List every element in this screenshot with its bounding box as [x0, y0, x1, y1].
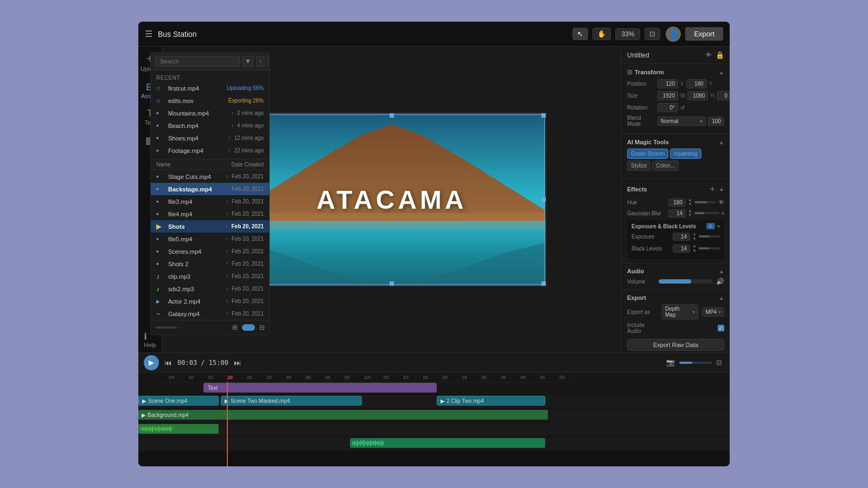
menu-icon[interactable]: ☰ [145, 29, 152, 39]
black-levels-slider[interactable] [699, 247, 720, 249]
search-input[interactable] [155, 56, 240, 67]
list-item[interactable]: ▪ file4.mp4 ↑ Feb 20, 2021 [151, 208, 269, 220]
upload-icon: ↑ [226, 248, 228, 254]
blur-slider[interactable] [694, 212, 719, 214]
text-clip[interactable]: Text [203, 383, 437, 393]
file-name: Beach.mp4 [168, 123, 228, 129]
eye-icon[interactable]: 👁 [705, 51, 712, 59]
track-zoom-slider[interactable] [679, 362, 712, 364]
skip-forward-btn[interactable]: ⏭ [233, 357, 242, 368]
file-date: Feb 20, 2021 [232, 298, 264, 304]
position-x-input[interactable] [658, 79, 678, 88]
list-item[interactable]: ▪ Shots 2 ↑ Feb 20, 2021 [151, 258, 269, 270]
audio-section-header[interactable]: Audio ▲ [627, 268, 724, 274]
list-item[interactable]: ○ firstcut.mp4 Uploading 56% [151, 82, 269, 94]
more-filter-btn[interactable]: ⊙ [267, 56, 270, 67]
export-raw-data-btn[interactable]: Export Raw Data [627, 339, 724, 351]
pan-tool-btn[interactable]: ✋ [592, 28, 611, 40]
include-audio-checkbox[interactable]: ✓ [718, 325, 724, 331]
black-levels-spinner[interactable]: ▲ ▼ [692, 243, 697, 253]
scene-two-clip[interactable]: ▶ Scene Two Masked.mp4 [221, 396, 362, 406]
list-item[interactable]: ▪ Mountains.mp4 ↑ 2 mins ago [151, 107, 269, 119]
scene-one-clip[interactable]: ▶ Scene One.mp4 [138, 396, 219, 406]
video-icon: ~ [156, 310, 165, 318]
audio-clip-2[interactable] [350, 438, 545, 448]
skip-back-btn[interactable]: ⏮ [163, 357, 173, 368]
file-date: Feb 20, 2021 [232, 198, 264, 204]
blur-spinner[interactable]: ▲ ▼ [688, 209, 692, 217]
list-item[interactable]: ♪ sdx2.mp3 ↑ Feb 20, 2021 [151, 282, 269, 295]
bg-clip[interactable]: ▶ Background.mp4 [138, 410, 548, 420]
list-item[interactable]: ▪ Footage.mp4 ↑ 22 mins ago [151, 144, 269, 157]
blend-mode-row: Blend Mode Normal ▾ [627, 115, 724, 127]
blend-opacity-input[interactable] [708, 117, 724, 126]
stylize-tab[interactable]: Stylize [627, 160, 650, 171]
size-w-input[interactable] [658, 91, 678, 100]
size-z-input[interactable] [717, 91, 730, 100]
effects-label: Effects [627, 186, 708, 192]
volume-slider[interactable] [659, 279, 713, 284]
rotation-input[interactable] [658, 103, 678, 112]
effects-section-header[interactable]: Effects ＋ ▲ [627, 183, 724, 195]
list-item[interactable]: ▪ Beach.mp4 ↑ 4 mins ago [151, 119, 269, 132]
upload-icon: ↑ [226, 236, 228, 242]
list-item[interactable]: ▪ Backstage.mp4 Feb 20, 2021 [151, 183, 269, 195]
zoom-level-btn[interactable]: 33% [615, 28, 640, 40]
export-button[interactable]: Export [685, 27, 723, 41]
ai-section-header[interactable]: AI Magic Tools ▲ [627, 139, 724, 145]
view-toggle[interactable] [242, 324, 255, 331]
transform-section-header[interactable]: ⊞ Transform ▲ [627, 68, 724, 76]
canvas-preview[interactable]: ATACAMA [237, 113, 546, 286]
position-y-input[interactable] [686, 79, 707, 88]
ruler-mark: 20 [442, 375, 462, 380]
colorize-tab[interactable]: Colori... [652, 160, 678, 171]
list-item[interactable]: ~ Galaxy.mp4 ↑ Feb 20, 2021 [151, 307, 269, 320]
export-format-dropdown[interactable]: MP4 ▾ [702, 307, 724, 317]
list-item-shots[interactable]: ▶ Shots ↑ Feb 20, 2021 [151, 220, 269, 233]
list-item[interactable]: ▪ Stage Cuts.mp4 ↑ Feb 20, 2021 [151, 170, 269, 183]
fit-screen-btn[interactable]: ⊡ [644, 28, 660, 40]
file-search-bar: ▼ ↑ ⊙ [151, 53, 269, 70]
grid-view-icon[interactable]: ⊞ [232, 324, 238, 331]
volume-icon[interactable]: 🔊 [716, 278, 724, 285]
size-h-input[interactable] [687, 91, 708, 100]
hue-slider[interactable] [694, 201, 716, 203]
export-type-dropdown[interactable]: Depth Map ▾ [662, 304, 698, 319]
audio-clip-1[interactable] [138, 424, 219, 434]
file-name: firstcut.mp4 [168, 85, 224, 92]
bg-track-content: ▶ Background.mp4 [138, 409, 730, 422]
timeline-cam-icon[interactable]: 📷 [664, 357, 677, 368]
list-view-icon[interactable]: ⊟ [259, 324, 265, 331]
exposure-slider[interactable] [699, 235, 720, 237]
filter-btn[interactable]: ▼ [242, 56, 254, 67]
exposure-icon[interactable]: ⊞ [706, 223, 715, 229]
add-track-btn[interactable]: ⊟ [714, 357, 724, 368]
add-effect-icon[interactable]: ＋ [708, 183, 717, 195]
list-item[interactable]: ▸ Actor 2.mp4 ↑ Feb 20, 2021 [151, 295, 269, 307]
blend-mode-dropdown[interactable]: Normal ▾ [658, 117, 706, 126]
file-name: Shoes.mp4 [168, 135, 225, 142]
list-item[interactable]: ▪ file3.mp4 ↑ Feb 20, 2021 [151, 195, 269, 208]
export-section-header[interactable]: Export ▲ [627, 294, 724, 301]
recent-section: Recent ○ firstcut.mp4 Uploading 56% ○ ed… [151, 70, 269, 159]
upload-filter-btn[interactable]: ↑ [256, 56, 265, 67]
list-item[interactable]: ▪ file5.mp4 ↑ Feb 20, 2021 [151, 233, 269, 245]
list-item[interactable]: ▪ Shoes.mp4 ↑ 12 mins ago [151, 132, 269, 144]
upload-icon: ↑ [226, 261, 228, 267]
list-item[interactable]: ♪ clip.mp3 ↑ Feb 20, 2021 [151, 270, 269, 282]
inpainting-tab[interactable]: Inpainting [670, 149, 701, 159]
hue-eye-icon[interactable]: 👁 [718, 199, 724, 206]
app-title: Bus Station [158, 30, 567, 38]
lock-icon[interactable]: 🔒 [716, 51, 724, 59]
list-item[interactable]: ▪ Scenes.mp4 ↑ Feb 20, 2021 [151, 245, 269, 258]
exposure-row: Exposure 14 ▲ ▼ [631, 232, 720, 241]
hue-spinner[interactable]: ▲ ▼ [688, 198, 692, 207]
exposure-spinner[interactable]: ▲ ▼ [692, 232, 697, 241]
list-item[interactable]: ○ edits.mov Exporting 26% [151, 94, 269, 107]
green-screen-tab[interactable]: Green Screen [627, 149, 668, 159]
clip-two-clip[interactable]: ▶ 2 Clip Two.mp4 [437, 396, 545, 406]
play-button[interactable]: ▶ [144, 355, 159, 370]
exposure-sublabel: Exposure [631, 234, 671, 240]
cursor-tool-btn[interactable]: ↖ [572, 28, 588, 40]
volume-fill [659, 279, 691, 284]
